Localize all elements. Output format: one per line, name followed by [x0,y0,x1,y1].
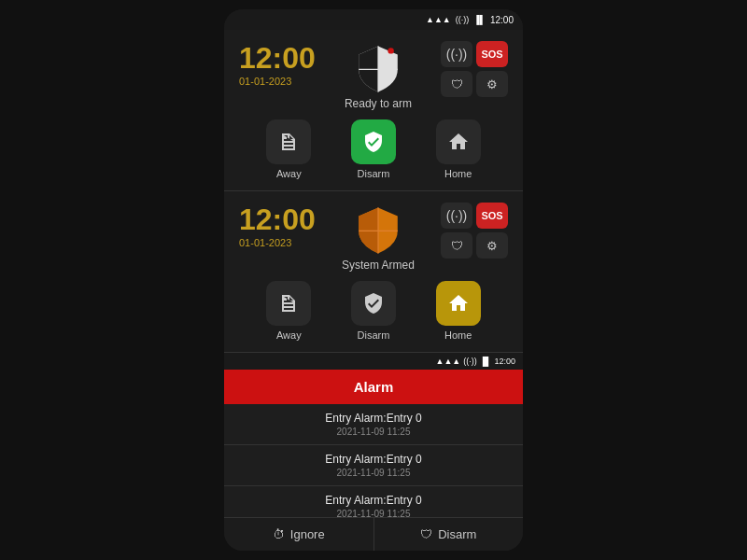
action-buttons-1: Away Disarm Home [239,119,508,179]
shield-area-2: System Armed [316,206,441,272]
disarm-label-2: Disarm [358,329,390,341]
gear-icon-1: ⚙ [486,77,498,91]
gear-icon-2: ⚙ [486,239,498,253]
radio-icon-1: ((·)) [446,47,468,62]
shield-area-1: Ready to arm [316,45,441,110]
status-bar: ▲▲▲ ((·)) ▐▌ 12:00 [224,9,523,30]
ignore-label: Ignore [290,527,325,541]
alarm-disarm-button[interactable]: 🛡 Disarm [374,518,524,551]
alarm-battery-icon: ▐▌ [480,357,492,366]
ignore-icon: ⏱ [273,527,285,541]
svg-point-2 [388,48,393,53]
alarm-entry-1: Entry Alarm:Entry 0 2021-11-09 11:25 [224,445,523,486]
radio-button-1[interactable]: ((·)) [441,41,472,67]
home-label-2: Home [444,329,472,341]
shield-check-button-2[interactable]: 🛡 [441,232,472,259]
phone-frame: ▲▲▲ ((·)) ▐▌ 12:00 12:00 01-01-2023 Read… [224,9,523,551]
away-label-1: Away [276,168,302,179]
status-label-2: System Armed [342,259,415,272]
alarm-entry-title-1: Entry Alarm:Entry 0 [235,453,512,466]
alarm-header: Alarm [224,370,523,404]
date-display-1: 01-01-2023 [239,76,316,87]
settings-button-2[interactable]: ⚙ [476,232,508,259]
alarm-signal-icon: ▲▲▲ [435,357,460,366]
alarm-wifi-icon: ((·)) [463,357,477,366]
alarm-entry-title-0: Entry Alarm:Entry 0 [235,412,512,425]
away-label-2: Away [276,329,302,341]
battery-icon: ▐▌ [473,15,486,24]
alarm-disarm-icon: 🛡 [420,527,432,541]
disarm-icon-1 [351,119,396,164]
alarm-status-bar: ▲▲▲ ((·)) ▐▌ 12:00 [224,353,523,370]
alarm-entry-time-1: 2021-11-09 11:25 [235,468,512,478]
shield-white-icon [354,45,402,93]
time-block-2: 12:00 01-01-2023 [239,203,316,248]
alarm-entry-0: Entry Alarm:Entry 0 2021-11-09 11:25 [224,404,523,445]
disarm-button-2[interactable]: Disarm [351,281,396,341]
date-display-2: 01-01-2023 [239,237,316,248]
alarm-entries: Entry Alarm:Entry 0 2021-11-09 11:25 Ent… [224,404,523,517]
away-icon-2 [266,281,311,326]
disarm-icon-2 [351,281,396,326]
away-button-1[interactable]: Away [266,119,311,179]
home-icon-1 [436,119,481,164]
away-button-2[interactable]: Away [266,281,311,341]
home-button-1[interactable]: Home [436,119,481,179]
radio-button-2[interactable]: ((·)) [441,203,472,229]
panel-armed: 12:00 01-01-2023 System Armed ((·)) SOS [224,191,523,353]
time-block-1: 12:00 01-01-2023 [239,41,316,87]
disarm-label-1: Disarm [358,168,390,179]
home-label-1: Home [444,168,472,179]
alarm-entry-time-2: 2021-11-09 11:25 [235,509,512,517]
radio-icon-2: ((·)) [446,208,468,223]
shield-check-icon-1: 🛡 [451,77,463,91]
alarm-status-time: 12:00 [494,357,515,366]
shield-check-button-1[interactable]: 🛡 [441,71,472,97]
sos-button-2[interactable]: SOS [476,203,508,229]
home-button-2[interactable]: Home [436,281,481,341]
alarm-entry-2: Entry Alarm:Entry 0 2021-11-09 11:25 [224,486,523,517]
away-icon-1 [266,119,311,164]
shield-orange-icon [354,206,402,255]
signal-icon: ▲▲▲ [426,15,451,24]
action-buttons-2: Away Disarm Home [239,281,508,341]
home-icon-2 [436,281,481,326]
alarm-entry-title-2: Entry Alarm:Entry 0 [235,494,512,507]
disarm-button-1[interactable]: Disarm [351,119,396,179]
wifi-icon: ((·)) [456,15,470,24]
alarm-actions: ⏱ Ignore 🛡 Disarm [224,517,523,551]
alarm-panel: ▲▲▲ ((·)) ▐▌ 12:00 Alarm Entry Alarm:Ent… [224,353,523,551]
alarm-entry-time-0: 2021-11-09 11:25 [235,427,512,437]
panel-ready: 12:00 01-01-2023 Ready to arm ((·)) [224,30,523,191]
shield-check-icon-2: 🛡 [451,239,463,253]
time-display-2: 12:00 [239,203,316,237]
top-buttons-2: ((·)) SOS 🛡 ⚙ [441,203,508,259]
status-time: 12:00 [490,15,514,25]
sos-button-1[interactable]: SOS [476,41,508,67]
alarm-disarm-label: Disarm [438,527,476,541]
status-label-1: Ready to arm [345,97,412,110]
ignore-button[interactable]: ⏱ Ignore [224,518,374,551]
time-display-1: 12:00 [239,41,316,76]
settings-button-1[interactable]: ⚙ [476,71,508,97]
top-buttons-1: ((·)) SOS 🛡 ⚙ [441,41,508,97]
